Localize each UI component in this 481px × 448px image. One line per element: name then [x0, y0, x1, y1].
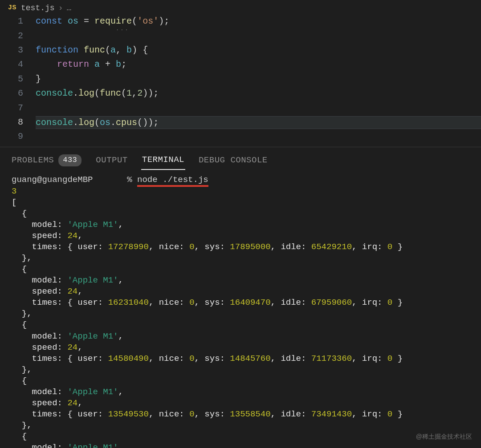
tab-debug-console[interactable]: DEBUG CONSOLE	[198, 152, 269, 170]
line-number: 5	[0, 73, 36, 85]
code-editor[interactable]: 1 const os = require('os'); 2 3 function…	[0, 15, 481, 147]
code-line[interactable]: 3 function func(a, b) {	[0, 44, 481, 58]
breadcrumb: JS test.js › …	[0, 0, 481, 15]
line-number: 4	[0, 58, 36, 70]
code-line[interactable]: 9	[0, 130, 481, 145]
tab-terminal[interactable]: TERMINAL	[141, 152, 185, 170]
panel-tabs: PROBLEMS433 OUTPUT TERMINAL DEBUG CONSOL…	[0, 147, 481, 173]
line-number: 1	[0, 15, 36, 27]
line-number: 9	[0, 130, 36, 142]
watermark: @稀土掘金技术社区	[416, 432, 472, 441]
code-line[interactable]: 1 const os = require('os');	[0, 15, 481, 29]
code-line[interactable]: 7	[0, 102, 481, 116]
code-line[interactable]: 5 }	[0, 73, 481, 87]
terminal[interactable]: guang@guangdeMBP % node ./test.js 3 [ { …	[0, 173, 481, 448]
code-line[interactable]: 2	[0, 30, 481, 44]
line-number: 2	[0, 30, 36, 42]
tab-problems[interactable]: PROBLEMS433	[11, 152, 82, 170]
code-line[interactable]: 8 console.log(os.cpus());	[0, 116, 481, 130]
code-line[interactable]: 4 return a + b;	[0, 58, 481, 73]
breadcrumb-file[interactable]: test.js	[21, 3, 55, 13]
line-number: 8	[0, 116, 36, 128]
tab-label: PROBLEMS	[12, 156, 54, 165]
bottom-panel: PROBLEMS433 OUTPUT TERMINAL DEBUG CONSOL…	[0, 147, 481, 448]
js-icon: JS	[8, 4, 16, 12]
chevron-right-icon: ›	[58, 3, 63, 13]
tab-output[interactable]: OUTPUT	[95, 152, 128, 170]
problems-count-badge: 433	[58, 154, 82, 166]
breadcrumb-ellipsis[interactable]: …	[66, 3, 71, 13]
line-number: 6	[0, 87, 36, 99]
line-number: 3	[0, 44, 36, 56]
line-number: 7	[0, 102, 36, 114]
code-line[interactable]: 6 console.log(func(1,2));	[0, 87, 481, 101]
